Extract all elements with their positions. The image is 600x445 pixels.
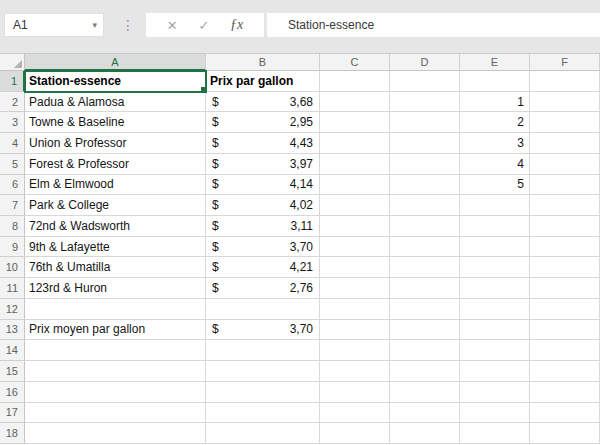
cell-B11[interactable]: $2,76 (206, 278, 320, 299)
cell-C3[interactable] (320, 112, 390, 133)
row-header-18[interactable]: 18 (0, 423, 25, 444)
cell-C15[interactable] (320, 361, 390, 382)
cell-D16[interactable] (390, 382, 460, 403)
cell-A12[interactable] (25, 299, 206, 320)
cell-C13[interactable] (320, 320, 390, 341)
cell-F1[interactable] (530, 71, 600, 92)
cell-D11[interactable] (390, 278, 460, 299)
row-header-11[interactable]: 11 (0, 278, 25, 299)
row-header-16[interactable]: 16 (0, 382, 25, 403)
cell-E13[interactable] (460, 320, 530, 341)
name-box[interactable]: A1 ▾ (4, 13, 104, 37)
column-header-E[interactable]: E (460, 54, 530, 71)
cell-D14[interactable] (390, 340, 460, 361)
cell-F2[interactable] (530, 92, 600, 113)
row-header-5[interactable]: 5 (0, 154, 25, 175)
cell-F8[interactable] (530, 216, 600, 237)
cell-E17[interactable] (460, 403, 530, 424)
column-header-B[interactable]: B (206, 54, 320, 71)
cell-E6[interactable]: 5 (460, 175, 530, 196)
cell-F17[interactable] (530, 403, 600, 424)
cell-F5[interactable] (530, 154, 600, 175)
cell-A3[interactable]: Towne & Baseline (25, 112, 206, 133)
cell-B16[interactable] (206, 382, 320, 403)
cell-B7[interactable]: $4,02 (206, 195, 320, 216)
row-header-4[interactable]: 4 (0, 133, 25, 154)
cell-F13[interactable] (530, 320, 600, 341)
column-header-D[interactable]: D (390, 54, 460, 71)
cell-C10[interactable] (320, 257, 390, 278)
cell-F9[interactable] (530, 237, 600, 258)
cell-B6[interactable]: $4,14 (206, 175, 320, 196)
cell-A14[interactable] (25, 340, 206, 361)
cell-B2[interactable]: $3,68 (206, 92, 320, 113)
cell-B8[interactable]: $3,11 (206, 216, 320, 237)
cell-E15[interactable] (460, 361, 530, 382)
row-header-6[interactable]: 6 (0, 175, 25, 196)
cell-E3[interactable]: 2 (460, 112, 530, 133)
row-header-10[interactable]: 10 (0, 257, 25, 278)
cell-B13[interactable]: $3,70 (206, 320, 320, 341)
cell-C2[interactable] (320, 92, 390, 113)
cell-C14[interactable] (320, 340, 390, 361)
select-all-corner[interactable] (0, 54, 25, 71)
cell-C8[interactable] (320, 216, 390, 237)
fill-handle[interactable] (200, 86, 206, 92)
row-header-2[interactable]: 2 (0, 92, 25, 113)
cell-E1[interactable] (460, 71, 530, 92)
cell-E5[interactable]: 4 (460, 154, 530, 175)
cell-B12[interactable] (206, 299, 320, 320)
insert-function-icon[interactable]: ƒx (230, 18, 243, 32)
cell-E9[interactable] (460, 237, 530, 258)
cell-D8[interactable] (390, 216, 460, 237)
cell-D7[interactable] (390, 195, 460, 216)
cell-B10[interactable]: $4,21 (206, 257, 320, 278)
row-header-7[interactable]: 7 (0, 195, 25, 216)
cell-C16[interactable] (320, 382, 390, 403)
cell-D6[interactable] (390, 175, 460, 196)
row-header-15[interactable]: 15 (0, 361, 25, 382)
row-header-3[interactable]: 3 (0, 112, 25, 133)
cell-D12[interactable] (390, 299, 460, 320)
cell-B1[interactable]: Prix par gallon (206, 71, 320, 92)
cell-C9[interactable] (320, 237, 390, 258)
cell-F15[interactable] (530, 361, 600, 382)
cell-C1[interactable] (320, 71, 390, 92)
cell-A7[interactable]: Park & College (25, 195, 206, 216)
cell-F3[interactable] (530, 112, 600, 133)
cell-D18[interactable] (390, 423, 460, 444)
cell-E10[interactable] (460, 257, 530, 278)
cell-A2[interactable]: Padua & Alamosa (25, 92, 206, 113)
cell-C5[interactable] (320, 154, 390, 175)
column-header-A[interactable]: A (25, 54, 206, 71)
cell-C18[interactable] (320, 423, 390, 444)
row-header-9[interactable]: 9 (0, 237, 25, 258)
cell-B3[interactable]: $2,95 (206, 112, 320, 133)
cell-A4[interactable]: Union & Professor (25, 133, 206, 154)
cell-A10[interactable]: 76th & Umatilla (25, 257, 206, 278)
cell-F11[interactable] (530, 278, 600, 299)
cell-A15[interactable] (25, 361, 206, 382)
cell-A5[interactable]: Forest & Professor (25, 154, 206, 175)
row-header-14[interactable]: 14 (0, 340, 25, 361)
cell-E14[interactable] (460, 340, 530, 361)
cell-A17[interactable] (25, 403, 206, 424)
cell-F4[interactable] (530, 133, 600, 154)
cell-D10[interactable] (390, 257, 460, 278)
cell-A11[interactable]: 123rd & Huron (25, 278, 206, 299)
cell-F14[interactable] (530, 340, 600, 361)
cell-E16[interactable] (460, 382, 530, 403)
cell-B17[interactable] (206, 403, 320, 424)
cell-C11[interactable] (320, 278, 390, 299)
cell-A18[interactable] (25, 423, 206, 444)
row-header-17[interactable]: 17 (0, 403, 25, 424)
cell-D2[interactable] (390, 92, 460, 113)
cell-A1[interactable]: Station-essence (25, 71, 206, 92)
cell-D1[interactable] (390, 71, 460, 92)
name-box-dropdown-icon[interactable]: ▾ (92, 20, 97, 30)
cell-B18[interactable] (206, 423, 320, 444)
cell-F6[interactable] (530, 175, 600, 196)
cell-E8[interactable] (460, 216, 530, 237)
cell-E11[interactable] (460, 278, 530, 299)
cell-E4[interactable]: 3 (460, 133, 530, 154)
